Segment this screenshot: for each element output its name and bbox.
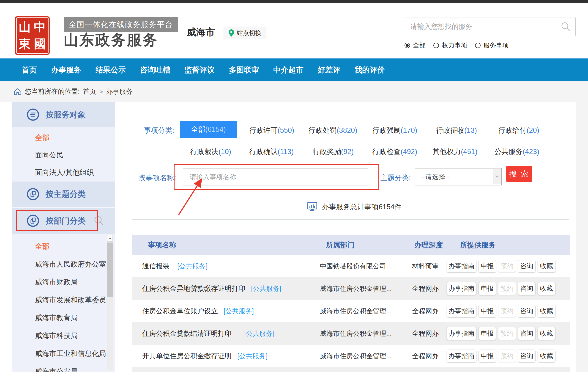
apply-button[interactable]: 申报 [479, 282, 496, 295]
row-actions: 办事指南 申报 预约 咨询 收藏 [447, 350, 556, 362]
sidebar-item-citizen[interactable]: 面向公民 [12, 146, 115, 164]
item-tag: [公共服务] [251, 277, 281, 300]
copy-circle-icon [26, 214, 40, 227]
dept-item[interactable]: 威海市工业和信息化局 [12, 345, 115, 363]
tab-name: 全部 [191, 125, 205, 134]
item-tag: [公共服务] [224, 300, 254, 322]
consult-button[interactable]: 咨询 [518, 305, 536, 317]
dept-item-all[interactable]: 全部 [12, 238, 115, 255]
apply-button[interactable]: 申报 [479, 350, 496, 362]
tab-xingzheng-caijue[interactable]: 行政裁决(10) [190, 147, 231, 156]
tab-xingzheng-qiangzhi[interactable]: 行政强制(170) [372, 126, 417, 135]
favorite-button[interactable]: 收藏 [538, 350, 556, 362]
guide-button[interactable]: 办事指南 [447, 305, 476, 317]
main-nav: 首页 办事服务 结果公示 咨询吐槽 监督评议 多图联审 中介超市 好差评 我的评… [0, 58, 588, 81]
tab-gonggong-fuwu[interactable]: 公共服务(423) [494, 147, 539, 156]
guide-button[interactable]: 办事指南 [447, 260, 476, 273]
item-tag: [公共服务] [237, 367, 268, 372]
dept-item[interactable]: 威海市教育局 [12, 309, 115, 327]
sidebar-header-by-service-object[interactable]: 按服务对象 [12, 102, 115, 127]
nav-home[interactable]: 首页 [22, 65, 37, 75]
reserve-button: 预约 [498, 282, 516, 295]
col-department: 所属部门 [326, 235, 354, 255]
nav-supervision[interactable]: 监督评议 [184, 65, 215, 75]
sidebar-item-all[interactable]: 全部 [12, 129, 115, 146]
nav-my-evaluation[interactable]: 我的评价 [355, 65, 385, 75]
tab-count: (6154) [205, 125, 226, 134]
item-department: 威海市住房公积金管理... [320, 277, 392, 300]
apply-button[interactable]: 申报 [479, 260, 496, 273]
tab-qita-quanli[interactable]: 其他权力(451) [432, 147, 477, 156]
radio-service-items[interactable]: 服务事项 [475, 41, 509, 50]
scrollbar-up-button[interactable] [107, 235, 113, 241]
table-row: 通信报装 [公共服务] 中国铁塔股份有限公司... 材料预审 办事指南 申报 预… [132, 255, 570, 277]
radio-power-items[interactable]: 权力事项 [433, 41, 467, 50]
item-name-input[interactable] [189, 168, 362, 186]
apply-button[interactable]: 申报 [479, 305, 496, 317]
favorite-button[interactable]: 收藏 [538, 327, 556, 340]
tab-xingzheng-jiancha[interactable]: 行政检查(492) [372, 147, 417, 156]
radio-label: 服务事项 [483, 41, 509, 50]
item-name-search-box [183, 168, 368, 186]
sidebar-header-by-department[interactable]: 按部门分类 [12, 208, 115, 234]
search-button[interactable]: 搜 索 [506, 166, 532, 182]
favorite-button[interactable]: 收藏 [538, 305, 556, 317]
search-icon[interactable] [561, 22, 571, 32]
breadcrumb: 您当前所在的位置: 首页 > 办事服务 [0, 81, 588, 102]
item-name: 开具职工住房公积金缴存证明 [142, 367, 231, 372]
tab-xingzheng-jifu[interactable]: 行政给付(20) [498, 126, 539, 135]
dept-item[interactable]: 威海市人民政府办公室 [12, 255, 115, 273]
nav-services[interactable]: 办事服务 [51, 65, 81, 75]
nav-consult[interactable]: 咨询吐槽 [140, 65, 170, 75]
radio-circle [475, 43, 481, 48]
scrollbar-thumb[interactable] [107, 242, 113, 297]
item-name: 住房公积金单位账户设立 [142, 300, 218, 322]
item-depth: 全程网办 [412, 322, 439, 345]
site-header: 山 中 東 國 全国一体化在线政务服务平台 山东政务服务 威海市 站点切换 [0, 3, 588, 58]
breadcrumb-home[interactable]: 首页 [83, 87, 96, 96]
nav-multi-review[interactable]: 多图联审 [229, 65, 259, 75]
guide-button[interactable]: 办事指南 [447, 350, 476, 362]
radio-circle [405, 43, 410, 48]
consult-button[interactable]: 咨询 [518, 260, 536, 273]
guide-button[interactable]: 办事指南 [447, 282, 476, 295]
nav-results[interactable]: 结果公示 [95, 65, 126, 75]
tab-xingzheng-jiangli[interactable]: 行政奖励(92) [313, 147, 354, 156]
sidebar-header-by-topic[interactable]: 按主题分类 [12, 182, 115, 207]
tab-xingzheng-queren[interactable]: 行政确认(113) [249, 147, 294, 156]
site-switch-button[interactable]: 站点切换 [224, 27, 266, 39]
site-title: 山东政务服务 [64, 30, 158, 50]
dept-item[interactable]: 威海市财政局 [12, 273, 115, 291]
item-depth: 全程网办 [412, 367, 439, 372]
consult-button[interactable]: 咨询 [518, 327, 536, 340]
tab-all[interactable]: 全部 (6154) [180, 121, 237, 138]
favorite-button[interactable]: 收藏 [538, 260, 556, 273]
consult-button[interactable]: 咨询 [518, 350, 536, 362]
sidebar-header-label: 按部门分类 [46, 216, 86, 226]
tab-xingzheng-chufa[interactable]: 行政处罚(3820) [308, 126, 357, 135]
item-name: 住房公积金异地贷款缴存证明打印 [142, 277, 245, 300]
sidebar-item-legal-person[interactable]: 面向法人/其他组织 [12, 164, 115, 181]
breadcrumb-separator: > [99, 88, 103, 95]
favorite-button[interactable]: 收藏 [538, 282, 556, 295]
department-search-icon[interactable] [94, 216, 104, 226]
breadcrumb-current[interactable]: 办事服务 [106, 87, 133, 96]
tab-xingzheng-zhengshou[interactable]: 行政征收(13) [436, 126, 477, 135]
tab-xingzheng-xuke[interactable]: 行政许可(550) [249, 126, 294, 135]
dept-item[interactable]: 威海市发展和改革委员... [12, 291, 115, 309]
guide-button[interactable]: 办事指南 [447, 327, 476, 340]
radio-all[interactable]: 全部 [405, 41, 426, 50]
apply-button[interactable]: 申报 [479, 327, 496, 340]
chevron-up-icon [108, 238, 112, 240]
global-search-input[interactable] [410, 17, 557, 36]
seal-char: 山 [17, 19, 32, 35]
nav-rating[interactable]: 好差评 [318, 65, 340, 75]
radio-label: 权力事项 [442, 41, 467, 50]
topic-select[interactable]: --请选择-- [415, 168, 502, 186]
nav-agency-market[interactable]: 中介超市 [273, 65, 304, 75]
item-tag: [公共服务] [177, 255, 208, 277]
item-department: 威海市住房公积金管理... [320, 300, 392, 322]
dept-item[interactable]: 威海市科技局 [12, 327, 115, 345]
dept-item[interactable]: 威海市公安局 [12, 363, 115, 372]
consult-button[interactable]: 咨询 [518, 282, 536, 295]
